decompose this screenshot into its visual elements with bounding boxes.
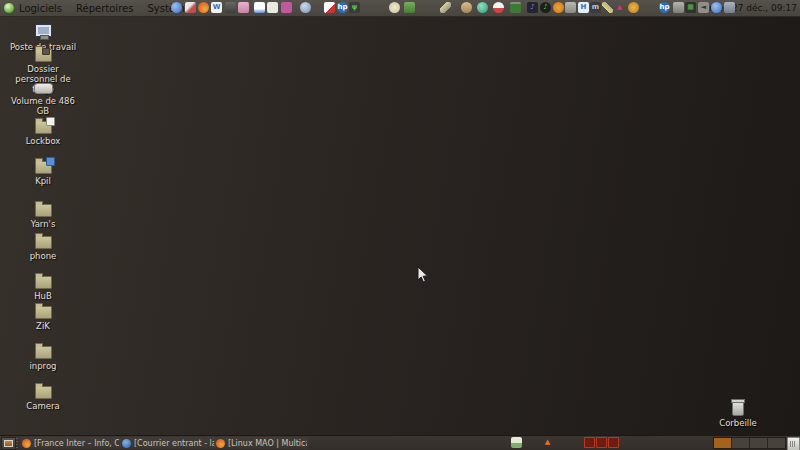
desktop-icon-hub[interactable]: HuB: [5, 273, 81, 301]
hp-status-icon[interactable]: hp: [659, 2, 670, 13]
letter-opener-icon[interactable]: [440, 2, 451, 13]
desktop-icon-camera[interactable]: Camera: [5, 383, 81, 411]
desktop-icon-label: phone: [30, 251, 57, 261]
printer-icon[interactable]: [724, 2, 735, 13]
vlc-cone-icon[interactable]: ▲: [542, 437, 553, 448]
mail-globe-icon: [122, 439, 131, 448]
desktop-icon-label: Kpil: [35, 176, 51, 186]
sticky-notes-icon[interactable]: [238, 2, 249, 13]
panel-separator: [16, 438, 18, 448]
money-app-icon[interactable]: [404, 2, 415, 13]
desktop-icon-lockbox[interactable]: Lockbox: [5, 118, 81, 146]
desktop-icon-label: Camera: [26, 401, 59, 411]
firefox-icon: [22, 439, 31, 448]
workspace-3[interactable]: [750, 438, 768, 448]
desktop-icon-zik[interactable]: ZiK: [5, 303, 81, 331]
menu-bar: LogicielsRépertoiresSystème: [19, 0, 191, 16]
document-white-icon[interactable]: [267, 2, 278, 13]
workspace-4[interactable]: [768, 438, 785, 448]
red-player-3-icon[interactable]: [608, 437, 619, 448]
desktop-icon-label: Volume de 486 GB: [5, 96, 81, 116]
desktop-icon-trash[interactable]: Corbeille: [707, 401, 769, 428]
desktop-icon-label: Corbeille: [719, 418, 757, 428]
desktop-icon-label: Lockbox: [26, 136, 61, 146]
microphone-orb-icon[interactable]: [300, 2, 311, 13]
top-panel: LogicielsRépertoiresSystème mer. 27 déc.…: [0, 0, 800, 17]
web-browser-globe-icon[interactable]: [171, 2, 182, 13]
maraca-icon[interactable]: [461, 2, 472, 13]
taskbar-window-label: [Linux MAO | Multican...: [228, 439, 307, 448]
network-antenna-icon[interactable]: ψ: [349, 2, 360, 13]
moon-clock-icon[interactable]: [389, 2, 400, 13]
green-orb-icon[interactable]: [477, 2, 488, 13]
workspace-2[interactable]: [732, 438, 750, 448]
photo-gray-icon[interactable]: [565, 2, 576, 13]
h-audio-app-icon[interactable]: H: [578, 2, 589, 13]
landscape-app-icon[interactable]: [511, 437, 522, 448]
search-blue-icon[interactable]: [711, 2, 722, 13]
bottom-panel: [France Inter – Info, C... [Courrier ent…: [0, 435, 800, 450]
desktop-icon-volume-de-486-gb[interactable]: Volume de 486 GB: [5, 83, 81, 116]
trash-applet-icon[interactable]: [787, 437, 800, 450]
taskbar-window-button[interactable]: [France Inter – Info, C...: [20, 437, 121, 449]
clock-applet[interactable]: mer. 27 déc., 09:17: [709, 0, 797, 16]
mouse-cursor: [417, 266, 429, 284]
firefox-icon: [216, 439, 225, 448]
workspace-switcher: [713, 437, 786, 449]
stylus-pen-icon[interactable]: [602, 2, 613, 13]
desktop-icon-label: Yarn's: [31, 219, 56, 229]
desktop-icon-label: inprog: [29, 361, 56, 371]
desktop-icon-label: ZiK: [36, 321, 50, 331]
menu-logiciels[interactable]: Logiciels: [19, 3, 62, 14]
distro-menu-icon[interactable]: [3, 2, 15, 14]
music-player-hearts-icon[interactable]: [281, 2, 292, 13]
taskbar-window-button[interactable]: [Courrier entrant - la...: [120, 437, 216, 449]
red-player-2-icon[interactable]: [596, 437, 607, 448]
show-desktop-button[interactable]: [1, 437, 16, 450]
volume-icon[interactable]: ◄: [698, 2, 709, 13]
document-blue-icon[interactable]: [254, 2, 265, 13]
audio-tree-icon[interactable]: [510, 2, 521, 13]
taskbar-window-label: [France Inter – Info, C...: [34, 439, 119, 448]
screenshot-tool-icon[interactable]: [225, 2, 236, 13]
desktop-wallpaper[interactable]: Poste de travail Dossier personnel de ti…: [0, 16, 800, 436]
panda-player-icon[interactable]: [493, 2, 504, 13]
orange-droplet-icon[interactable]: [553, 2, 564, 13]
menu-repertoires[interactable]: Répertoires: [76, 3, 133, 14]
orange-headset-icon[interactable]: [628, 2, 639, 13]
hp-toolbox-icon[interactable]: hp: [337, 2, 348, 13]
jack-triangle-icon[interactable]: ▲: [614, 2, 625, 13]
music-note-icon[interactable]: ♪: [527, 2, 538, 13]
display-icon[interactable]: ▦: [685, 2, 696, 13]
disc-note-icon[interactable]: ♪: [540, 2, 551, 13]
desktop-screen: Poste de travail Dossier personnel de ti…: [0, 0, 800, 450]
desktop-icon-kpil[interactable]: Kpil: [5, 158, 81, 186]
firefox-icon[interactable]: [198, 2, 209, 13]
desktop-icon-label: HuB: [34, 291, 52, 301]
taskbar-window-button[interactable]: [Linux MAO | Multican...: [214, 437, 309, 449]
desktop-icon-inprog[interactable]: inprog: [5, 343, 81, 371]
word-processor-icon[interactable]: W: [211, 2, 222, 13]
photo-manager-icon[interactable]: [185, 2, 196, 13]
workspace-1[interactable]: [714, 438, 732, 448]
m-audio-app-icon[interactable]: m: [590, 2, 601, 13]
red-player-1-icon[interactable]: [584, 437, 595, 448]
taskbar-window-label: [Courrier entrant - la...: [134, 439, 214, 448]
card-game-icon[interactable]: [324, 2, 335, 13]
desktop-icon-phone[interactable]: phone: [5, 233, 81, 261]
desktop-icon-yarn-s[interactable]: Yarn's: [5, 201, 81, 229]
microphone-icon[interactable]: [673, 2, 684, 13]
